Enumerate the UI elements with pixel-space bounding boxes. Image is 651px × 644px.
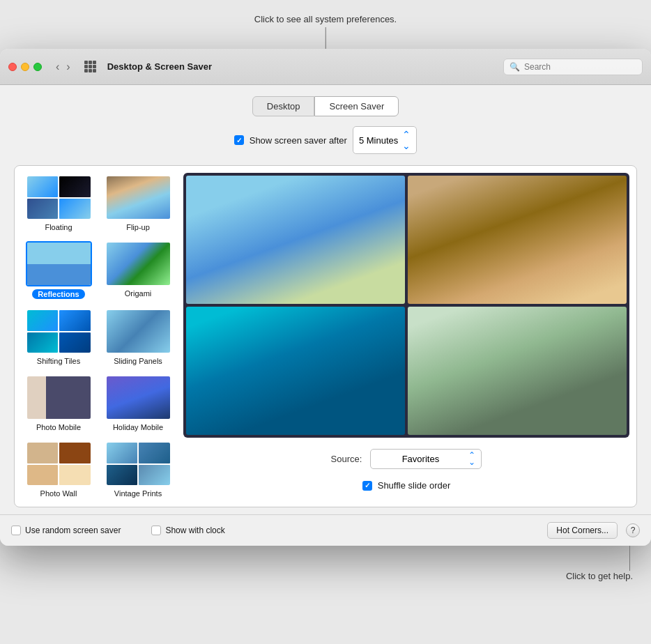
random-ss-checkbox[interactable]	[11, 526, 21, 535]
preview-container	[183, 173, 629, 438]
preview-grid	[183, 173, 629, 438]
ss-label-photomobile: Photo Mobile	[36, 423, 81, 431]
tab-desktop[interactable]: Desktop	[252, 96, 315, 116]
ss-label-flipup: Flip-up	[126, 223, 150, 231]
ss-item-flipup[interactable]: Flip-up	[101, 173, 175, 233]
ss-label-floating: Floating	[45, 223, 72, 231]
main-panel: Floating Flip-up Reflectio	[14, 165, 637, 507]
all-prefs-button[interactable]	[82, 58, 99, 75]
random-ss-label: Use random screen saver	[25, 526, 121, 535]
shuffle-row: Shuffle slide order	[183, 480, 629, 491]
ss-item-sliding[interactable]: Sliding Panels	[101, 307, 175, 367]
ss-preview-panel: Source: Favorites ⌃⌄ Shuffle slide order	[183, 173, 629, 500]
ss-thumb-sliding	[105, 309, 171, 354]
ss-thumb-origami	[105, 241, 171, 286]
duration-dropdown[interactable]: 5 Minutes ⌃⌄	[353, 126, 417, 154]
duration-chevron-icon: ⌃⌄	[402, 129, 411, 151]
back-button[interactable]: ‹	[53, 59, 62, 75]
screensaver-after-row: Show screen saver after 5 Minutes ⌃⌄	[14, 126, 637, 154]
ss-label-origami: Origami	[125, 289, 152, 298]
ss-thumb-reflections	[26, 241, 92, 286]
screensaver-after-label: Show screen saver after	[250, 135, 347, 146]
window-title: Desktop & Screen Saver	[107, 61, 498, 72]
ss-label-shifting: Shifting Tiles	[37, 357, 80, 365]
show-clock-label: Show with clock	[165, 526, 224, 535]
preview-cell-2	[408, 176, 627, 304]
tooltip-below-text: Click to get help.	[566, 571, 633, 581]
tooltip-above-text: Click to see all system preferences.	[254, 14, 397, 24]
grid-icon	[84, 61, 96, 72]
ss-item-holidaymobile[interactable]: Holiday Mobile	[101, 373, 175, 434]
window: ‹ › Desktop & Screen Saver 🔍 Desktop	[0, 49, 651, 546]
search-box[interactable]: 🔍	[503, 59, 643, 75]
ss-thumb-photowall	[26, 441, 92, 486]
ss-item-photowall[interactable]: Photo Wall	[22, 439, 95, 500]
preview-cell-3	[186, 307, 405, 435]
maximize-button[interactable]	[33, 63, 42, 71]
close-button[interactable]	[8, 63, 17, 71]
ss-thumb-floating	[26, 175, 92, 220]
ss-thumb-vintage	[105, 441, 171, 486]
source-row: Source: Favorites ⌃⌄	[183, 449, 629, 469]
ss-label-holidaymobile: Holiday Mobile	[113, 423, 163, 431]
shuffle-checkbox[interactable]	[362, 481, 372, 491]
random-ss-row: Use random screen saver	[11, 526, 121, 535]
screensaver-after-checkbox[interactable]	[234, 135, 244, 145]
ss-item-origami[interactable]: Origami	[101, 239, 175, 301]
traffic-lights	[8, 63, 42, 71]
ss-item-floating[interactable]: Floating	[22, 173, 95, 233]
content: Desktop Screen Saver Show screen saver a…	[0, 85, 651, 507]
help-button[interactable]: ?	[626, 523, 640, 537]
ss-label-vintage: Vintage Prints	[114, 489, 162, 498]
search-input[interactable]	[524, 62, 636, 72]
ss-item-reflections[interactable]: Reflections	[22, 239, 95, 301]
preview-cell-1	[186, 176, 405, 304]
source-value: Favorites	[376, 454, 464, 464]
minimize-button[interactable]	[21, 63, 29, 71]
ss-thumb-holidaymobile	[105, 375, 171, 420]
search-icon: 🔍	[510, 62, 520, 72]
ss-label-photowall: Photo Wall	[40, 489, 77, 498]
preview-cell-4	[408, 307, 627, 435]
source-chevron-icon: ⌃⌄	[468, 452, 475, 466]
hot-corners-button[interactable]: Hot Corners...	[547, 522, 618, 539]
source-label: Source:	[331, 454, 362, 464]
ss-label-reflections: Reflections	[32, 289, 84, 299]
ss-label-sliding: Sliding Panels	[114, 357, 162, 365]
duration-value: 5 Minutes	[359, 135, 398, 146]
ss-thumb-flipup	[105, 175, 171, 220]
ss-item-vintage[interactable]: Vintage Prints	[101, 439, 175, 500]
source-dropdown[interactable]: Favorites ⌃⌄	[370, 449, 482, 469]
ss-thumb-shifting	[26, 309, 92, 354]
shuffle-label: Shuffle slide order	[378, 480, 451, 491]
forward-button[interactable]: ›	[63, 59, 72, 75]
show-clock-row: Show with clock	[151, 526, 224, 535]
nav-buttons: ‹ ›	[53, 59, 73, 75]
titlebar: ‹ › Desktop & Screen Saver 🔍	[0, 49, 651, 85]
tooltip-below-line	[629, 546, 630, 571]
show-clock-checkbox[interactable]	[151, 526, 161, 535]
ss-item-photomobile[interactable]: Photo Mobile	[22, 373, 95, 434]
ss-item-shifting[interactable]: Shifting Tiles	[22, 307, 95, 367]
tabs-row: Desktop Screen Saver	[14, 96, 637, 116]
bottom-bar: Use random screen saver Show with clock …	[0, 514, 651, 546]
ss-thumb-photomobile	[26, 375, 92, 420]
screensaver-list: Floating Flip-up Reflectio	[22, 173, 175, 500]
tab-screen-saver[interactable]: Screen Saver	[314, 96, 399, 116]
